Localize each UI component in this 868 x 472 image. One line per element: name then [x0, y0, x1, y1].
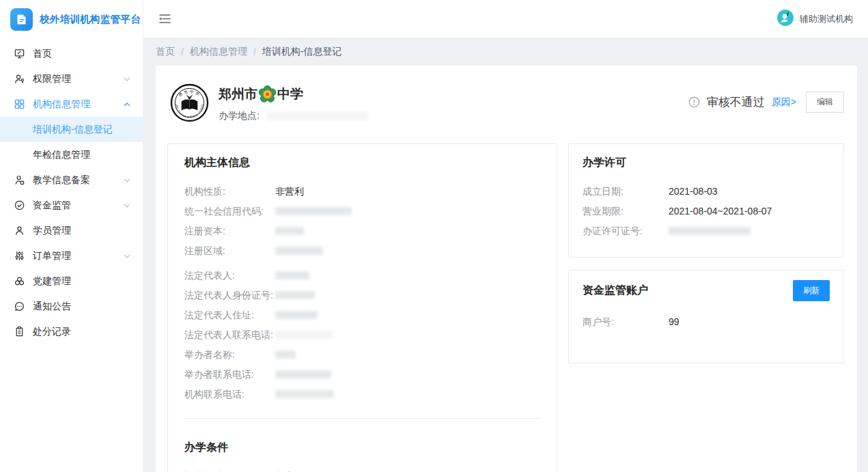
field-label: 举办者名称: — [184, 348, 275, 361]
teacher-icon — [14, 174, 25, 186]
sidebar: 校外培训机构监管平台 首页 权限管理 机构信息管理 — [0, 0, 143, 472]
org-name-suffix: 中学 — [277, 84, 303, 105]
panels-columns: 机构主体信息 机构性质: 非营利 统一社会信用代码: 注册资本: — [167, 143, 844, 472]
sidebar-item-discipline-records[interactable]: 处分记录 — [0, 319, 143, 344]
field-label: 商户号: — [583, 315, 669, 329]
student-icon — [14, 225, 25, 236]
redacted-value — [275, 271, 309, 279]
field-label: 统一社会信用代码: — [184, 204, 275, 218]
speech-bubble-icon — [14, 301, 25, 312]
field-label: 举办者联系电话: — [184, 367, 275, 381]
panel-title: 办学条件 — [184, 441, 540, 455]
app-logo-row: 校外培训机构监管平台 — [0, 0, 143, 38]
breadcrumb-separator: / — [253, 46, 256, 57]
redacted-address-value — [266, 112, 369, 120]
sidebar-item-label: 处分记录 — [33, 326, 130, 338]
field-label: 办证许可证号: — [583, 224, 669, 238]
field-row: 机构联系电话: — [184, 387, 540, 401]
refresh-button[interactable]: 刷新 — [793, 280, 830, 301]
audit-reason-link[interactable]: 原因> — [772, 96, 796, 109]
app-title: 校外培训机构监管平台 — [40, 13, 141, 26]
school-seal-logo: QIAO GUANG MIDDLE SCHOOL 侨光中学 — [170, 83, 209, 125]
field-row: 场地性质: 自有 — [184, 469, 540, 472]
sidebar-item-label: 通知公告 — [33, 301, 130, 313]
sidebar-item-label: 党建管理 — [33, 275, 130, 288]
funds-account-panel: 资金监管账户 刷新 商户号: 99 — [568, 270, 844, 363]
sidebar-item-label: 学员管理 — [33, 225, 130, 237]
user-permission-icon — [14, 73, 25, 85]
breadcrumb-org-info[interactable]: 机构信息管理 — [190, 46, 247, 58]
field-label: 场地性质: — [184, 469, 275, 472]
field-label: 法定代表人身份证号: — [184, 288, 275, 302]
sidebar-item-org-info[interactable]: 机构信息管理 — [0, 92, 143, 117]
redacted-value — [275, 331, 333, 339]
top-header: 辅助测试机构 — [143, 0, 868, 38]
field-row: 统一社会信用代码: — [184, 204, 540, 218]
avatar — [777, 10, 794, 28]
grid-icon — [14, 98, 25, 110]
field-row: 法定代表人身份证号: — [184, 288, 540, 302]
chevron-up-icon — [124, 102, 130, 107]
detail-card: QIAO GUANG MIDDLE SCHOOL 侨光中学 郑州市 — [156, 66, 857, 472]
sidebar-item-permissions[interactable]: 权限管理 — [0, 66, 143, 92]
collapse-menu-icon[interactable] — [158, 14, 171, 24]
field-row: 成立日期: 2021-08-03 — [583, 184, 830, 198]
org-identity: QIAO GUANG MIDDLE SCHOOL 侨光中学 郑州市 — [170, 83, 369, 125]
clipboard-icon — [14, 326, 25, 337]
sidebar-item-party-building[interactable]: 党建管理 — [0, 268, 143, 294]
monitor-icon — [14, 48, 25, 59]
field-value: 2021-08-04~2021-08-07 — [669, 204, 772, 218]
sidebar-item-label: 首页 — [33, 48, 130, 60]
audit-status-text: 审核不通过 — [707, 94, 765, 110]
panel-title: 资金监管账户 — [583, 283, 648, 298]
user-menu[interactable]: 辅助测试机构 — [777, 10, 853, 28]
field-row: 注册区域: — [184, 244, 540, 258]
field-row: 法定代表人: — [184, 268, 540, 282]
sidebar-item-label: 订单管理 — [33, 250, 124, 262]
breadcrumb-separator: / — [181, 46, 184, 57]
redacted-value — [275, 291, 315, 299]
sidebar-item-teaching-filing[interactable]: 教学信息备案 — [0, 167, 143, 193]
org-name-block: 郑州市 中 — [219, 83, 369, 125]
flower-sticker-icon — [258, 85, 277, 104]
field-row: 商户号: 99 — [583, 315, 830, 329]
panel-title: 机构主体信息 — [184, 156, 540, 170]
sidebar-menu: 首页 权限管理 机构信息管理 培训机构-信息登记 年检信息管理 — [0, 38, 143, 344]
sidebar-item-home[interactable]: 首页 — [0, 41, 143, 66]
chevron-down-icon — [124, 77, 130, 81]
breadcrumb-home[interactable]: 首页 — [156, 46, 175, 58]
redacted-value — [275, 370, 331, 378]
sidebar-item-training-org-registration[interactable]: 培训机构-信息登记 — [0, 117, 143, 142]
field-label: 营业期限: — [583, 204, 669, 218]
field-label: 法定代表人住址: — [184, 308, 275, 322]
sliders-icon — [14, 250, 25, 262]
sidebar-item-annual-inspection[interactable]: 年检信息管理 — [0, 142, 143, 167]
field-value: 非营利 — [275, 184, 304, 198]
field-value: 2021-08-03 — [669, 184, 718, 198]
user-name: 辅助测试机构 — [800, 13, 853, 25]
sidebar-item-label: 资金监管 — [33, 199, 124, 212]
sidebar-item-funds-supervision[interactable]: 资金监管 — [0, 193, 143, 218]
redacted-value — [275, 207, 352, 215]
breadcrumb-current: 培训机构-信息登记 — [262, 46, 342, 58]
org-name-prefix: 郑州市 — [219, 84, 257, 105]
field-value: 99 — [669, 315, 680, 329]
field-label: 注册资本: — [184, 224, 275, 238]
sidebar-item-notices[interactable]: 通知公告 — [0, 294, 143, 319]
right-panels-column: 办学许可 成立日期: 2021-08-03 营业期限: 2021-08-04~2… — [568, 143, 844, 363]
panel-title: 办学许可 — [583, 156, 830, 170]
field-row: 机构性质: 非营利 — [184, 184, 540, 198]
field-label: 法定代表人: — [184, 268, 275, 282]
audit-status-area: 审核不通过 原因> 编辑 — [688, 92, 844, 113]
sidebar-item-label: 年检信息管理 — [33, 149, 90, 161]
breadcrumb: 首页 / 机构信息管理 / 培训机构-信息登记 — [156, 38, 857, 66]
sidebar-item-students[interactable]: 学员管理 — [0, 218, 143, 243]
field-row: 法定代表人住址: — [184, 308, 540, 322]
field-label: 注册区域: — [184, 244, 275, 258]
redacted-value — [669, 227, 751, 235]
org-name: 郑州市 中 — [219, 84, 369, 105]
sidebar-item-orders[interactable]: 订单管理 — [0, 243, 143, 268]
edit-button[interactable]: 编辑 — [806, 92, 844, 113]
field-label: 机构联系电话: — [184, 387, 275, 401]
funds-panel-header: 资金监管账户 刷新 — [583, 280, 830, 301]
